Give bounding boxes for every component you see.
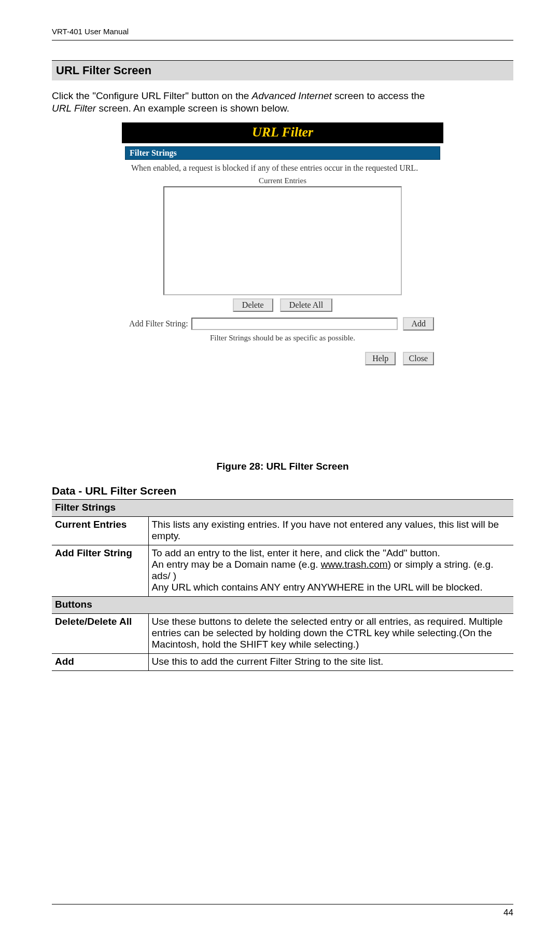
row-body-delete: Use these buttons to delete the selected… [148,613,513,653]
current-entries-label: Current Entries [122,176,443,185]
current-entries-listbox[interactable] [163,186,402,295]
mock-hint: Filter Strings should be as specific as … [122,332,443,352]
example-domain-link[interactable]: www.trash.com [321,559,388,570]
mock-titlebar: URL Filter [122,122,443,143]
add-button[interactable]: Add [403,317,434,331]
add-filter-string-label: Add Filter String: [129,319,188,328]
afs-text-c: Any URL which contains ANY entry ANYWHER… [152,582,483,593]
section-title: URL Filter Screen [52,60,513,80]
row-label-add-filter-string: Add Filter String [52,545,148,596]
intro-paragraph: Click the "Configure URL Filter" button … [52,90,513,115]
row-label-add: Add [52,653,148,670]
data-table: Filter Strings Current Entries This list… [52,499,513,671]
add-filter-string-input[interactable] [191,318,398,330]
row-body-add-filter-string: To add an entry to the list, enter it he… [148,545,513,596]
afs-text-b1: An entry may be a Domain name (e.g. [152,559,321,570]
page-footer: 44 [52,899,513,918]
help-button[interactable]: Help [365,352,396,365]
intro-italic-2: URL Filter [52,103,96,114]
row-label-delete: Delete/Delete All [52,613,148,653]
footer-rule [52,904,513,904]
url-filter-mock: URL Filter Filter Strings When enabled, … [122,122,443,367]
header-rule [52,40,513,40]
doc-header: VRT-401 User Manual [52,27,513,38]
figure-caption: Figure 28: URL Filter Screen [52,461,513,472]
delete-button[interactable]: Delete [233,298,273,312]
row-body-add: Use this to add the current Filter Strin… [148,653,513,670]
mock-title: URL Filter [252,125,313,140]
row-label-current-entries: Current Entries [52,516,148,545]
mock-description: When enabled, a request is blocked if an… [122,163,443,174]
group-filter-strings: Filter Strings [52,499,513,516]
data-section-title: Data - URL Filter Screen [52,485,513,497]
close-button[interactable]: Close [403,352,434,365]
row-body-current-entries: This lists any existing entries. If you … [148,516,513,545]
intro-text: screen. An example screen is shown below… [96,103,289,114]
page-number: 44 [52,908,513,918]
delete-all-button[interactable]: Delete All [280,298,332,312]
intro-italic-1: Advanced Internet [252,90,332,101]
intro-text: screen to access the [332,90,425,101]
group-buttons: Buttons [52,596,513,613]
afs-text-a: To add an entry to the list, enter it he… [152,547,440,558]
intro-text: Click the "Configure URL Filter" button … [52,90,252,101]
mock-section-header: Filter Strings [125,146,440,160]
